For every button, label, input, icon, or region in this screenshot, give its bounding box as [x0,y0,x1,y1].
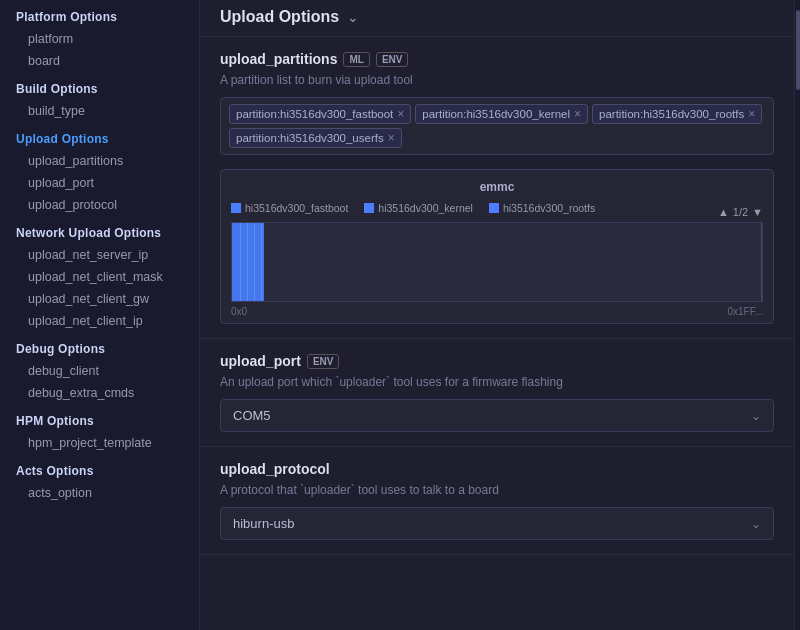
chart-container: emmc hi3516dv300_fastboothi3516dv300_ker… [220,169,774,324]
chart-right-border [761,223,762,301]
sidebar-item-acts_option[interactable]: acts_option [0,482,199,504]
scrollbar-track[interactable] [794,0,800,630]
sidebar: Platform OptionsplatformboardBuild Optio… [0,0,200,630]
tag-label: partition:hi3516dv300_userfs [236,132,384,144]
svg-rect-1 [364,203,374,213]
tag-partition-hi3516dv300-userfs: partition:hi3516dv300_userfs× [229,128,402,148]
legend-dot-1 [364,203,374,213]
sidebar-section-upload-options: Upload Options [0,122,199,150]
sidebar-item-debug_extra_cmds[interactable]: debug_extra_cmds [0,382,199,404]
chart-vline-1 [240,223,241,301]
sidebar-section-acts-options: Acts Options [0,454,199,482]
sidebar-item-upload_net_client_ip[interactable]: upload_net_client_ip [0,310,199,332]
chart-nav[interactable]: ▲ 1/2 ▼ [718,206,763,218]
sidebar-item-upload_net_server_ip[interactable]: upload_net_server_ip [0,244,199,266]
sidebar-item-debug_client[interactable]: debug_client [0,360,199,382]
sidebar-item-platform[interactable]: platform [0,28,199,50]
chart-title: emmc [231,180,763,194]
upload-partitions-section: upload_partitions ML ENV A partition lis… [200,37,794,339]
tag-label: partition:hi3516dv300_rootfs [599,108,744,120]
legend-item-2: hi3516dv300_rootfs [489,202,595,214]
legend-label-2: hi3516dv300_rootfs [503,202,595,214]
svg-rect-2 [489,203,499,213]
upload-protocol-section: upload_protocol A protocol that `uploade… [200,447,794,555]
chart-nav-prev[interactable]: ▲ [718,206,729,218]
upload-protocol-value: hiburn-usb [233,516,294,531]
upload-protocol-select[interactable]: hiburn-usb ⌄ [220,507,774,540]
sidebar-item-upload_port[interactable]: upload_port [0,172,199,194]
content-title: Upload Options [220,8,339,26]
upload-protocol-arrow: ⌄ [751,517,761,531]
sidebar-item-upload_partitions[interactable]: upload_partitions [0,150,199,172]
field-header-upload-partitions: upload_partitions ML ENV [220,51,774,67]
field-header-upload-port: upload_port ENV [220,353,774,369]
field-desc-upload-port: An upload port which `uploader` tool use… [220,375,774,389]
sidebar-section-build-options: Build Options [0,72,199,100]
sidebar-item-upload_net_client_mask[interactable]: upload_net_client_mask [0,266,199,288]
legend-label-1: hi3516dv300_kernel [378,202,473,214]
sidebar-item-board[interactable]: board [0,50,199,72]
field-name-upload-port: upload_port [220,353,301,369]
upload-port-value: COM5 [233,408,271,423]
sidebar-item-build_type[interactable]: build_type [0,100,199,122]
legend-item-1: hi3516dv300_kernel [364,202,473,214]
chart-legend: hi3516dv300_fastboothi3516dv300_kernelhi… [231,202,595,214]
field-name-upload-protocol: upload_protocol [220,461,330,477]
chart-x-end: 0x1FF... [727,306,763,317]
sidebar-item-upload_net_client_gw[interactable]: upload_net_client_gw [0,288,199,310]
chart-nav-label: 1/2 [733,206,748,218]
legend-dot-0 [231,203,241,213]
main-content: Upload Options ⌄ upload_partitions ML EN… [200,0,794,630]
badge-ml: ML [343,52,369,67]
upload-port-section: upload_port ENV An upload port which `up… [200,339,794,447]
tag-close[interactable]: × [388,131,395,145]
legend-item-0: hi3516dv300_fastboot [231,202,348,214]
legend-label-0: hi3516dv300_fastboot [245,202,348,214]
tag-close[interactable]: × [397,107,404,121]
chart-axes: 0x0 0x1FF... [231,306,763,317]
chart-vline-2 [247,223,248,301]
chart-body [231,222,763,302]
badge-env-partitions: ENV [376,52,409,67]
tag-input-area[interactable]: partition:hi3516dv300_fastboot×partition… [220,97,774,155]
chart-nav-next[interactable]: ▼ [752,206,763,218]
legend-dot-2 [489,203,499,213]
chart-x-start: 0x0 [231,306,247,317]
chart-legend-row: hi3516dv300_fastboothi3516dv300_kernelhi… [231,202,763,222]
sidebar-item-hpm_project_template[interactable]: hpm_project_template [0,432,199,454]
sidebar-section-debug-options: Debug Options [0,332,199,360]
header-dropdown-arrow[interactable]: ⌄ [347,9,359,25]
tag-close[interactable]: × [574,107,581,121]
chart-background [232,223,762,301]
sidebar-item-upload_protocol[interactable]: upload_protocol [0,194,199,216]
chart-bar-fastboot [232,223,264,301]
chart-vline-4 [261,223,262,301]
field-name-upload-partitions: upload_partitions [220,51,337,67]
upload-port-select[interactable]: COM5 ⌄ [220,399,774,432]
field-header-upload-protocol: upload_protocol [220,461,774,477]
tag-label: partition:hi3516dv300_fastboot [236,108,393,120]
field-desc-upload-protocol: A protocol that `uploader` tool uses to … [220,483,774,497]
sidebar-section-network-upload-options: Network Upload Options [0,216,199,244]
chart-vline-3 [254,223,255,301]
content-header: Upload Options ⌄ [200,0,794,37]
field-desc-upload-partitions: A partition list to burn via upload tool [220,73,774,87]
badge-env-port: ENV [307,354,340,369]
tag-partition-hi3516dv300-fastboot: partition:hi3516dv300_fastboot× [229,104,411,124]
upload-port-arrow: ⌄ [751,409,761,423]
scrollbar-thumb[interactable] [796,10,800,90]
sidebar-section-hpm-options: HPM Options [0,404,199,432]
tag-label: partition:hi3516dv300_kernel [422,108,570,120]
sidebar-section-platform-options: Platform Options [0,0,199,28]
tag-partition-hi3516dv300-rootfs: partition:hi3516dv300_rootfs× [592,104,762,124]
tag-close[interactable]: × [748,107,755,121]
svg-rect-0 [231,203,241,213]
tag-partition-hi3516dv300-kernel: partition:hi3516dv300_kernel× [415,104,588,124]
